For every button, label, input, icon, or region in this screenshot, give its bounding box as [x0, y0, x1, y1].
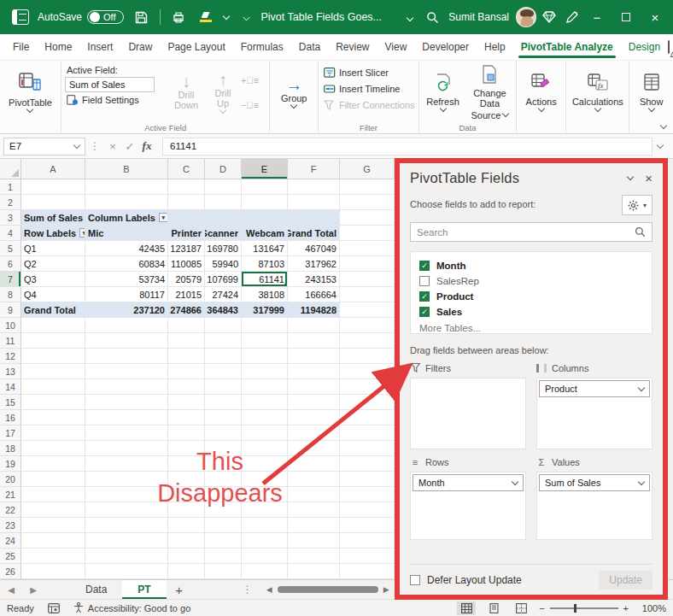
- grid-cell-A8[interactable]: Q4: [21, 287, 85, 302]
- grid-cell-C3[interactable]: [168, 210, 205, 226]
- grid-cell-G1[interactable]: [340, 179, 395, 195]
- ribbon-tab-review[interactable]: Review: [328, 34, 377, 60]
- scroll-right-icon[interactable]: ▶: [383, 585, 389, 594]
- grid-cell-F13[interactable]: [288, 364, 340, 379]
- row-header-2[interactable]: 2: [0, 195, 21, 210]
- grid-cell-E23[interactable]: [242, 518, 288, 533]
- field-item-product[interactable]: ✓Product: [419, 289, 643, 304]
- grid-cell-F5[interactable]: 467049: [288, 241, 340, 256]
- ribbon-tab-view[interactable]: View: [377, 34, 415, 60]
- prev-sheet-icon[interactable]: ◀: [0, 580, 22, 599]
- grid-cell-F10[interactable]: [288, 318, 340, 333]
- field-item-month[interactable]: ✓Month: [419, 258, 643, 273]
- grid-cell-A23[interactable]: [21, 518, 85, 533]
- tab-bar-grip[interactable]: ⋮: [239, 580, 256, 599]
- grid-cell-A13[interactable]: [21, 364, 85, 379]
- grid-cell-F12[interactable]: [288, 349, 340, 364]
- comments-icon[interactable]: [668, 41, 670, 53]
- grid-cell-F23[interactable]: [288, 518, 340, 533]
- ribbon-tab-page-layout[interactable]: Page Layout: [160, 34, 232, 60]
- grid-cell-D16[interactable]: [205, 410, 242, 425]
- field-settings-button[interactable]: Field Settings: [65, 94, 167, 106]
- grid-cell-B17[interactable]: [85, 425, 168, 441]
- grid-cell-G22[interactable]: [340, 502, 395, 518]
- grid-cell-A12[interactable]: [21, 349, 85, 364]
- grid-cell-A21[interactable]: [21, 487, 85, 502]
- grid-cell-E12[interactable]: [242, 349, 288, 364]
- pane-close-icon[interactable]: ×: [645, 171, 653, 185]
- accessibility-status[interactable]: Accessibility: Good to go: [73, 602, 190, 613]
- grid-cell-G13[interactable]: [340, 364, 395, 379]
- row-header-24[interactable]: 24: [0, 533, 21, 549]
- grid-cell-A14[interactable]: [21, 379, 85, 395]
- column-header-D[interactable]: D: [205, 159, 242, 179]
- row-header-4[interactable]: 4: [0, 226, 21, 241]
- grid-cell-A5[interactable]: Q1: [21, 241, 85, 256]
- name-box[interactable]: E7: [3, 138, 85, 155]
- grid-cell-A11[interactable]: [21, 333, 85, 349]
- columns-area[interactable]: Product: [536, 378, 653, 449]
- grid-cell-D7[interactable]: 107699: [205, 272, 242, 287]
- zoom-slider[interactable]: [550, 607, 618, 609]
- grid-cell-F15[interactable]: [288, 395, 340, 410]
- grid-cell-D4[interactable]: Scanner: [205, 226, 242, 241]
- row-header-9[interactable]: 9: [0, 302, 21, 318]
- maximize-button[interactable]: [613, 4, 639, 30]
- grid-cell-C4[interactable]: Printer: [168, 226, 205, 241]
- quick-access-printer-icon[interactable]: [169, 8, 188, 26]
- ribbon-tab-formulas[interactable]: Formulas: [233, 34, 291, 60]
- vertical-scrollbar[interactable]: [667, 159, 673, 579]
- grid-cell-D1[interactable]: [205, 179, 242, 195]
- grid-cell-B5[interactable]: 42435: [85, 241, 168, 256]
- grid-cell-B13[interactable]: [85, 364, 168, 379]
- row-header-19[interactable]: 19: [0, 456, 21, 472]
- grid-cell-C26[interactable]: [168, 564, 205, 579]
- area-pill-month[interactable]: Month: [413, 474, 524, 491]
- ribbon-tab-draw[interactable]: Draw: [120, 34, 160, 60]
- grid-cell-B24[interactable]: [85, 533, 168, 549]
- update-button[interactable]: Update: [599, 571, 653, 590]
- column-header-F[interactable]: F: [288, 159, 340, 179]
- grid-cell-F7[interactable]: 243153: [288, 272, 340, 287]
- grid-cell-A7[interactable]: Q3: [21, 272, 85, 287]
- field-checkbox-product[interactable]: ✓: [419, 291, 430, 302]
- grid-cell-F14[interactable]: [288, 379, 340, 395]
- title-dropdown-icon[interactable]: [406, 15, 413, 21]
- document-title[interactable]: Pivot Table Fields Goes...: [261, 11, 383, 23]
- grid-cell-G3[interactable]: [340, 210, 395, 226]
- grid-cell-E4[interactable]: Webcam: [242, 226, 288, 241]
- grid-cell-E11[interactable]: [242, 333, 288, 349]
- row-header-6[interactable]: 6: [0, 256, 21, 272]
- grid-cell-D3[interactable]: [205, 210, 242, 226]
- grid-cell-D14[interactable]: [205, 379, 242, 395]
- cancel-entry-icon[interactable]: ×: [104, 140, 121, 153]
- grid-cell-C8[interactable]: 21015: [168, 287, 205, 302]
- row-header-5[interactable]: 5: [0, 241, 21, 256]
- field-checkbox-sales[interactable]: ✓: [419, 307, 430, 317]
- grid-cell-A1[interactable]: [21, 179, 85, 195]
- grid-cell-A3[interactable]: Sum of Sales: [21, 210, 85, 226]
- grid-cell-D12[interactable]: [205, 349, 242, 364]
- field-item-salesrep[interactable]: SalesRep: [419, 273, 643, 289]
- filter-connections-button[interactable]: Filter Connections: [322, 99, 417, 111]
- grid-cell-F24[interactable]: [288, 533, 340, 549]
- insert-slicer-button[interactable]: Insert Slicer: [322, 67, 417, 79]
- grid-cell-E13[interactable]: [242, 364, 288, 379]
- grid-cell-C14[interactable]: [168, 379, 205, 395]
- grid-cell-F17[interactable]: [288, 425, 340, 441]
- grid-cell-C25[interactable]: [168, 549, 205, 564]
- filters-area[interactable]: [410, 378, 526, 449]
- field-checkbox-month[interactable]: ✓: [419, 261, 430, 271]
- expand-field-icon[interactable]: +⃞≡: [241, 75, 259, 85]
- grid-cell-E17[interactable]: [242, 425, 288, 441]
- page-layout-view-icon[interactable]: [484, 601, 503, 615]
- grid-cell-E2[interactable]: [242, 195, 288, 210]
- grid-cell-D5[interactable]: 169780: [205, 241, 242, 256]
- grid-cell-D26[interactable]: [205, 564, 242, 579]
- grid-cell-B7[interactable]: 53734: [85, 272, 168, 287]
- grid-cell-G24[interactable]: [340, 533, 395, 549]
- filter-dropdown-icon[interactable]: ▾: [79, 228, 85, 238]
- avatar[interactable]: [516, 7, 536, 27]
- sheet-tab-pt[interactable]: PT: [122, 580, 166, 599]
- row-header-18[interactable]: 18: [0, 441, 21, 456]
